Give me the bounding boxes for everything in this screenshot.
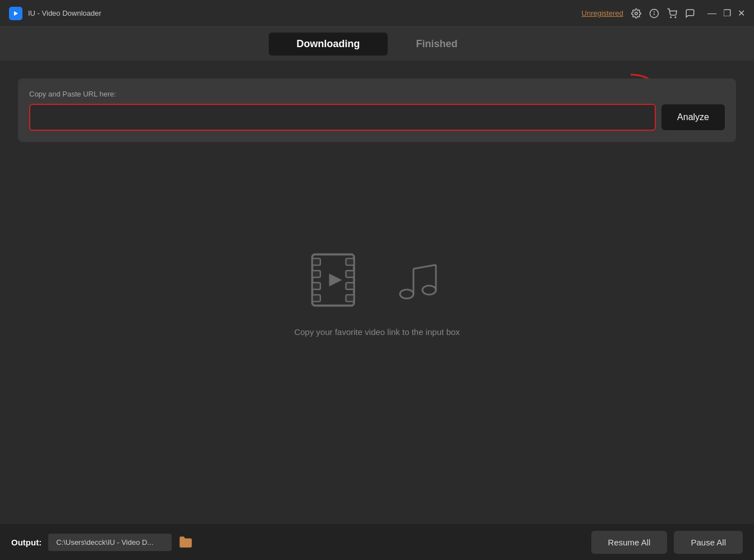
svg-point-19 [422,286,436,295]
bottom-bar: Output: C:\Users\decck\IU - Video D... R… [0,524,754,560]
resume-all-button[interactable]: Resume All [591,531,668,554]
svg-point-5 [670,17,672,18]
svg-point-6 [675,17,676,18]
svg-rect-8 [312,258,320,265]
chat-icon[interactable] [685,8,695,19]
window-controls: — ❐ ✕ [707,9,745,18]
title-bar-left: IU - Video Downloader [9,7,102,20]
url-input-wrapper [29,104,656,131]
svg-rect-9 [312,270,320,277]
svg-marker-16 [330,274,341,285]
url-row: Analyze [29,104,725,131]
analyze-button[interactable]: Analyze [661,104,725,130]
output-label: Output: [11,538,42,547]
tabs-bar: Downloading Finished [0,27,754,61]
cart-icon[interactable] [667,8,677,19]
url-label: Copy and Paste URL here: [29,90,725,98]
svg-point-17 [400,290,413,299]
url-input[interactable] [31,106,654,128]
minimize-button[interactable]: — [707,9,716,18]
title-bar-right: Unregistered [582,8,745,19]
music-icon [391,252,447,308]
svg-rect-10 [312,282,320,289]
main-content-panel: Copy and Paste URL here: Analyze [18,79,736,142]
close-button[interactable]: ✕ [738,9,745,18]
svg-line-21 [413,265,436,269]
empty-state: Copy your favorite video link to the inp… [9,151,745,432]
app-title: IU - Video Downloader [28,9,102,17]
pause-all-button[interactable]: Pause All [674,531,743,554]
svg-rect-13 [346,270,354,277]
svg-rect-11 [312,295,320,301]
output-path: C:\Users\decck\IU - Video D... [48,534,172,551]
settings-icon[interactable] [631,8,641,19]
svg-rect-15 [346,295,354,301]
svg-rect-12 [346,258,354,265]
folder-icon[interactable] [178,535,193,549]
app-icon [9,7,22,20]
empty-hint: Copy your favorite video link to the inp… [294,327,459,337]
film-icon [307,246,374,314]
maximize-button[interactable]: ❐ [723,9,731,18]
title-bar: IU - Video Downloader Unregistered [0,0,754,27]
tab-finished[interactable]: Finished [388,33,485,56]
empty-icons [307,246,447,314]
tab-downloading[interactable]: Downloading [269,33,388,56]
svg-rect-14 [346,282,354,289]
svg-point-1 [635,12,638,15]
unregistered-link[interactable]: Unregistered [582,9,623,17]
info-icon[interactable] [649,8,659,19]
